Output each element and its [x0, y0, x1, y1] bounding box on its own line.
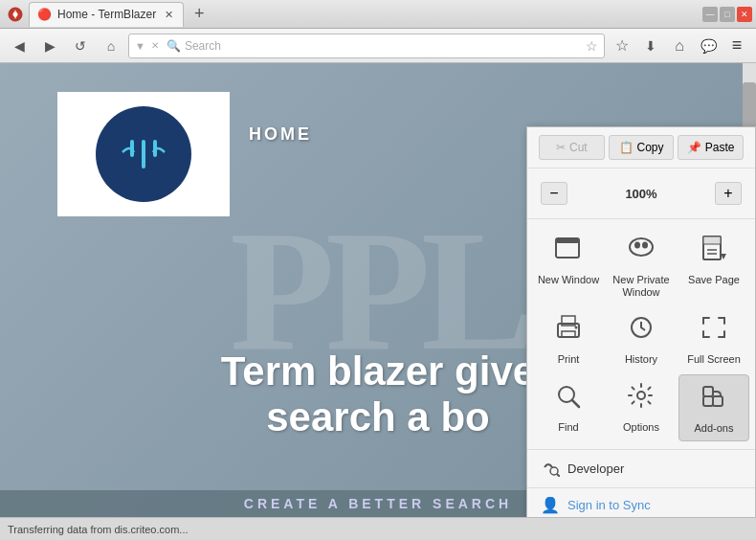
- svg-rect-3: [142, 140, 145, 169]
- sign-in-menu-item[interactable]: 👤 Sign in to Sync: [527, 487, 755, 517]
- status-bar: Transferring data from dis.criteo.com...: [0, 517, 756, 540]
- copy-icon: 📋: [619, 141, 634, 154]
- window-controls: — □ ✕: [702, 7, 756, 22]
- new-window-menu-item[interactable]: New Window: [533, 227, 604, 304]
- zoom-row: − 100% +: [539, 176, 744, 211]
- options-menu-item[interactable]: Options: [606, 374, 677, 441]
- chat-icon[interactable]: 💬: [695, 33, 722, 59]
- options-label: Options: [623, 421, 659, 434]
- new-window-icon: [554, 235, 583, 268]
- bookmarks-icon[interactable]: ☆: [609, 33, 635, 59]
- minimize-button[interactable]: —: [702, 7, 718, 22]
- print-menu-item[interactable]: Print: [533, 306, 604, 371]
- svg-point-8: [630, 238, 653, 256]
- browser-favicon: [8, 7, 23, 22]
- developer-menu-item[interactable]: Developer: [527, 450, 755, 487]
- url-dropdown-icon: ▼: [135, 40, 145, 52]
- edit-row: ✂ Cut 📋 Copy 📌 Paste: [539, 135, 744, 160]
- edit-section: ✂ Cut 📋 Copy 📌 Paste: [527, 127, 755, 169]
- zoom-section: − 100% +: [527, 169, 755, 219]
- title-bar-left: 🔴 Home - TermBlazer ✕ +: [0, 2, 702, 27]
- svg-point-18: [575, 326, 578, 329]
- browser-tab[interactable]: 🔴 Home - TermBlazer ✕: [29, 2, 184, 27]
- new-private-window-menu-item[interactable]: New Private Window: [606, 227, 677, 304]
- home-nav-icon[interactable]: ⌂: [666, 33, 693, 59]
- zoom-value: 100%: [625, 187, 656, 201]
- full-screen-menu-item[interactable]: Full Screen: [678, 306, 749, 371]
- svg-point-26: [550, 467, 558, 475]
- svg-rect-24: [703, 396, 713, 406]
- history-icon: [627, 314, 656, 348]
- hamburger-menu-button[interactable]: ≡: [723, 33, 750, 59]
- tab-close-button[interactable]: ✕: [162, 8, 175, 21]
- search-icon: 🔍: [167, 39, 181, 53]
- main-content: PPL HOME Term bl: [0, 63, 756, 517]
- sign-in-label: Sign in to Sync: [567, 498, 651, 512]
- svg-rect-23: [703, 387, 713, 396]
- developer-label: Developer: [567, 461, 624, 476]
- find-icon: [554, 382, 583, 416]
- refresh-button[interactable]: ↺: [67, 33, 94, 59]
- search-input[interactable]: Search: [185, 39, 582, 53]
- cut-button[interactable]: ✂ Cut: [539, 135, 605, 160]
- copy-button[interactable]: 📋 Copy: [609, 135, 675, 160]
- url-bar-icons: ☆: [586, 38, 598, 54]
- print-label: Print: [558, 353, 580, 366]
- tab-title: Home - TermBlazer: [57, 8, 156, 21]
- cut-icon: ✂: [556, 141, 566, 154]
- forward-button[interactable]: ▶: [36, 33, 63, 59]
- svg-rect-7: [556, 238, 579, 243]
- new-tab-button[interactable]: +: [188, 3, 211, 26]
- maximize-button[interactable]: □: [720, 7, 735, 22]
- svg-point-1: [13, 11, 18, 16]
- options-icon: [627, 382, 656, 416]
- status-text: Transferring data from dis.criteo.com...: [8, 524, 189, 535]
- svg-line-27: [557, 474, 560, 477]
- title-bar: 🔴 Home - TermBlazer ✕ + — □ ✕: [0, 0, 756, 29]
- tab-favicon: 🔴: [37, 8, 52, 21]
- url-x-icon: ✕: [151, 40, 159, 51]
- svg-point-22: [637, 392, 645, 399]
- svg-rect-25: [713, 396, 723, 406]
- logo-circle: [96, 106, 191, 202]
- save-page-menu-item[interactable]: Save Page: [678, 227, 749, 304]
- svg-rect-12: [703, 236, 721, 244]
- save-page-icon: [700, 235, 728, 268]
- svg-point-9: [634, 242, 640, 249]
- full-screen-label: Full Screen: [687, 353, 741, 366]
- close-button[interactable]: ✕: [737, 7, 752, 22]
- print-icon: [554, 314, 583, 348]
- new-window-label: New Window: [538, 274, 599, 286]
- icon-grid: New Window New Private Window: [527, 219, 755, 450]
- addons-label: Add-ons: [695, 422, 734, 435]
- new-private-window-label: New Private Window: [610, 274, 673, 299]
- full-screen-icon: [700, 314, 728, 348]
- bottom-site-text: CREATE A BETTER SEARCH: [244, 496, 512, 511]
- developer-icon: [541, 458, 560, 480]
- url-bar[interactable]: ▼ ✕ 🔍 Search ☆: [128, 34, 605, 58]
- save-page-label: Save Page: [688, 274, 740, 286]
- sync-icon: 👤: [541, 496, 560, 514]
- logo-container: [57, 92, 230, 216]
- find-menu-item[interactable]: Find: [533, 374, 604, 441]
- addons-icon: [700, 383, 728, 416]
- history-menu-item[interactable]: History: [606, 306, 677, 371]
- zoom-out-button[interactable]: −: [541, 182, 567, 205]
- find-label: Find: [558, 421, 578, 434]
- back-button[interactable]: ◀: [6, 33, 33, 59]
- dropdown-menu: ✂ Cut 📋 Copy 📌 Paste − 100% +: [526, 126, 756, 517]
- svg-line-21: [572, 400, 579, 407]
- paste-icon: 📌: [687, 141, 701, 154]
- bookmark-icon[interactable]: ☆: [586, 38, 598, 54]
- nav-bar: ◀ ▶ ↺ ⌂ ▼ ✕ 🔍 Search ☆ ☆ ⬇ ⌂ 💬 ≡: [0, 29, 756, 63]
- history-label: History: [625, 353, 657, 366]
- new-private-window-icon: [627, 235, 656, 268]
- download-icon[interactable]: ⬇: [637, 33, 664, 59]
- svg-point-10: [642, 242, 648, 249]
- home-button[interactable]: ⌂: [98, 33, 124, 59]
- nav-right-icons: ☆ ⬇ ⌂ 💬 ≡: [609, 33, 750, 59]
- addons-menu-item[interactable]: Add-ons: [678, 374, 749, 441]
- paste-button[interactable]: 📌 Paste: [678, 135, 744, 160]
- zoom-in-button[interactable]: +: [715, 182, 742, 205]
